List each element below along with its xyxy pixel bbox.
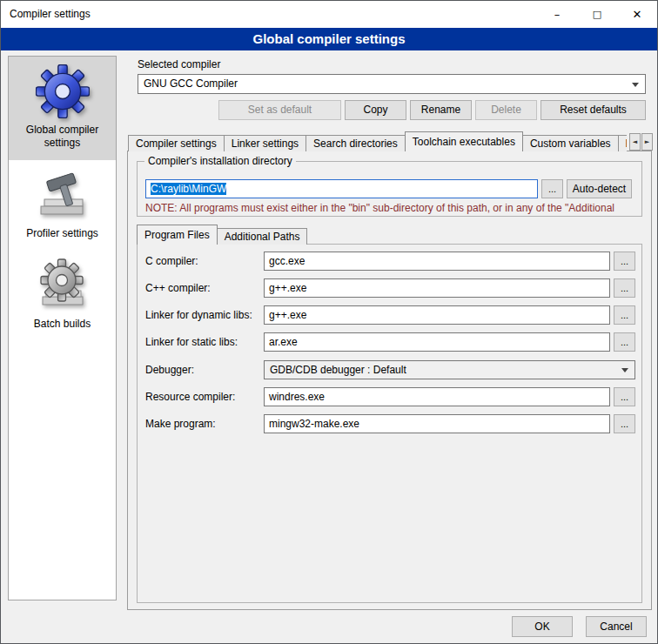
maximize-icon[interactable]: □ [577,1,617,28]
delete-button[interactable]: Delete [475,100,537,120]
cpp-compiler-browse-button[interactable]: ... [614,278,635,298]
field-label: Debugger: [145,360,194,379]
field-label: Linker for dynamic libs: [145,305,252,325]
debugger-value: GDB/CDB debugger : Default [270,364,406,376]
compiler-settings-window: Compiler settings – □ ✕ Global compiler … [0,0,658,644]
minimize-icon[interactable]: – [537,1,577,28]
auto-detect-button[interactable]: Auto-detect [567,179,632,198]
chevron-down-icon [632,83,639,87]
c-compiler-input[interactable]: gcc.exe [264,252,610,271]
c-compiler-browse-button[interactable]: ... [614,252,635,271]
installation-directory-input[interactable]: C:\raylib\MinGW [145,179,538,198]
titlebar: Compiler settings – □ ✕ [1,1,657,28]
window-title: Compiler settings [10,1,91,28]
dynamic-linker-browse-button[interactable]: ... [614,305,635,325]
set-as-default-button[interactable]: Set as default [218,100,341,120]
selected-compiler-value: GNU GCC Compiler [144,77,238,90]
sidebar-item-label: Profiler settings [10,227,114,240]
sidebar-item-label: Batch builds [10,318,114,331]
debugger-select[interactable]: GDB/CDB debugger : Default [264,360,635,379]
tab-search-directories[interactable]: Search directories [306,135,406,151]
settings-sidebar: Global compiler settings Profiler settin… [8,56,117,600]
installation-directory-browse-button[interactable]: ... [541,179,563,198]
copy-button[interactable]: Copy [345,100,406,120]
field-label: Resource compiler: [145,387,235,406]
tab-custom-variables[interactable]: Custom variables [522,135,619,151]
rename-button[interactable]: Rename [410,100,472,120]
program-files-tabs: Program Files Additional Paths [137,225,485,245]
sidebar-item-label: Global compiler settings [10,124,114,150]
make-program-input[interactable]: mingw32-make.exe [264,414,610,433]
installation-directory-value: C:\raylib\MinGW [151,183,226,195]
tab-linker-settings[interactable]: Linker settings [224,135,306,151]
sidebar-item-profiler-settings[interactable]: Profiler settings [9,160,116,251]
window-controls: – □ ✕ [537,1,657,28]
tab-build-options[interactable]: Buil [618,135,627,151]
field-label: Linker for static libs: [145,332,238,352]
subtab-program-files[interactable]: Program Files [137,225,218,245]
subtab-additional-paths[interactable]: Additional Paths [217,228,308,245]
field-label: C++ compiler: [145,278,211,298]
sidebar-item-batch-builds[interactable]: Batch builds [9,251,116,341]
tab-toolchain-executables[interactable]: Toolchain executables [405,131,523,151]
static-linker-browse-button[interactable]: ... [614,332,635,352]
ok-button[interactable]: OK [512,616,573,637]
close-icon[interactable]: ✕ [617,1,657,28]
resource-compiler-input[interactable]: windres.exe [264,387,610,406]
compiler-tabs: Compiler settings Linker settings Search… [128,131,627,151]
resource-compiler-browse-button[interactable]: ... [614,387,635,406]
installation-directory-legend: Compiler's installation directory [144,155,296,168]
selected-compiler-dropdown[interactable]: GNU GCC Compiler [138,74,646,94]
gear-blue-icon [36,64,90,118]
sidebar-item-global-compiler-settings[interactable]: Global compiler settings [9,57,116,160]
make-program-browse-button[interactable]: ... [614,414,635,433]
gear-gray-icon [36,258,90,312]
note-text: NOTE: All programs must exist either in … [145,202,641,214]
tab-scroll-right-icon[interactable]: ► [641,133,653,151]
page-title: Global compiler settings [1,28,657,50]
selected-compiler-label: Selected compiler [138,58,220,70]
static-linker-input[interactable]: ar.exe [264,332,610,352]
dynamic-linker-input[interactable]: g++.exe [264,305,610,325]
cpp-compiler-input[interactable]: g++.exe [264,278,610,298]
cancel-button[interactable]: Cancel [586,616,647,637]
field-label: C compiler: [145,252,198,271]
profiler-hammer-icon [36,168,90,222]
field-label: Make program: [145,414,216,433]
tab-scroll-left-icon[interactable]: ◄ [629,133,641,151]
chevron-down-icon [621,368,628,372]
reset-defaults-button[interactable]: Reset defaults [540,100,646,120]
tab-compiler-settings[interactable]: Compiler settings [128,135,225,151]
